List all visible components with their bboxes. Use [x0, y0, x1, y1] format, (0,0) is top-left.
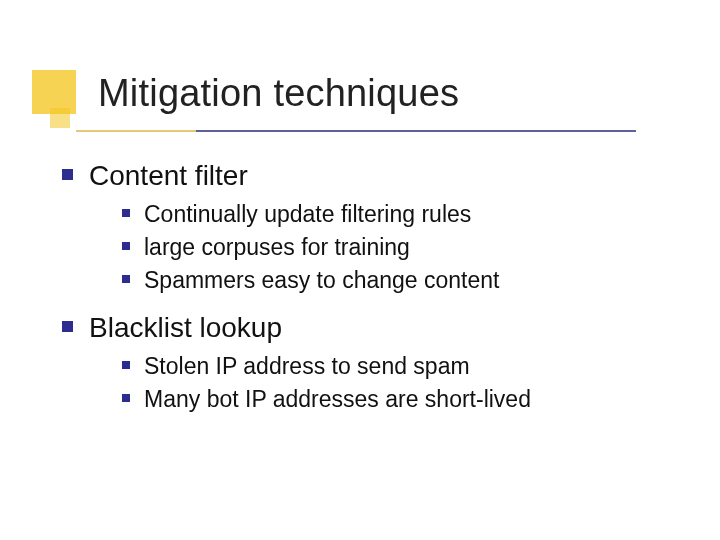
section-heading: Content filter [89, 158, 248, 193]
bullet-icon [122, 361, 130, 369]
list-item: Stolen IP address to send spam [122, 351, 662, 382]
list-item-label: Continually update filtering rules [144, 199, 471, 230]
bullet-icon [62, 321, 73, 332]
list-item-label: large corpuses for training [144, 232, 410, 263]
list-item: large corpuses for training [122, 232, 662, 263]
bullet-icon [122, 275, 130, 283]
section-heading: Blacklist lookup [89, 310, 282, 345]
bullet-icon [122, 242, 130, 250]
slide-body: Content filter Continually update filter… [62, 158, 662, 429]
list-item: Continually update filtering rules [122, 199, 662, 230]
list-item: Blacklist lookup [62, 310, 662, 345]
divider [76, 130, 636, 132]
slide: Mitigation techniques Content filter Con… [0, 0, 720, 540]
sublist: Continually update filtering rules large… [122, 199, 662, 296]
list-item-label: Spammers easy to change content [144, 265, 499, 296]
sublist: Stolen IP address to send spam Many bot … [122, 351, 662, 415]
bullet-icon [62, 169, 73, 180]
list-item-label: Many bot IP addresses are short-lived [144, 384, 531, 415]
list-item-label: Stolen IP address to send spam [144, 351, 470, 382]
list-item: Spammers easy to change content [122, 265, 662, 296]
bullet-icon [122, 209, 130, 217]
bullet-icon [122, 394, 130, 402]
slide-title: Mitigation techniques [98, 72, 459, 115]
accent-square-small-icon [50, 108, 70, 128]
list-item: Many bot IP addresses are short-lived [122, 384, 662, 415]
list-item: Content filter [62, 158, 662, 193]
